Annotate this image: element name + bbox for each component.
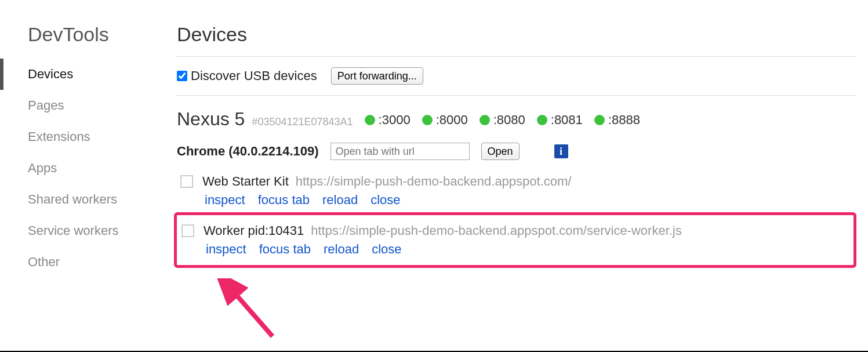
focus-tab-link[interactable]: focus tab (258, 193, 310, 208)
tab-title: Web Starter Kit (202, 174, 289, 189)
port-badge: :8080 (480, 113, 525, 128)
app-title: DevTools (0, 23, 168, 59)
tab-favicon-placeholder (180, 175, 193, 188)
close-link[interactable]: close (371, 193, 400, 208)
port-badge: :8000 (422, 113, 468, 128)
port-label: :3000 (379, 113, 411, 128)
status-dot-icon (594, 115, 605, 125)
port-label: :8080 (493, 113, 525, 128)
main-panel: Devices Discover USB devices Port forwar… (168, 0, 868, 351)
inspect-link[interactable]: inspect (206, 242, 246, 257)
sidebar-item-apps[interactable]: Apps (0, 153, 168, 184)
inspect-link[interactable]: inspect (205, 193, 245, 208)
status-dot-icon (422, 115, 433, 125)
browser-row: Chrome (40.0.2214.109) Open i (177, 137, 856, 169)
status-dot-icon (480, 115, 490, 125)
reload-link[interactable]: reload (324, 242, 359, 257)
sidebar-item-devices[interactable]: Devices (0, 59, 168, 90)
reload-link[interactable]: reload (322, 193, 358, 208)
sidebar-item-extensions[interactable]: Extensions (0, 121, 168, 153)
tab-favicon-placeholder (181, 224, 194, 237)
focus-tab-link[interactable]: focus tab (259, 242, 311, 257)
discover-usb-input[interactable] (177, 71, 187, 81)
sidebar-item-pages[interactable]: Pages (0, 90, 168, 121)
status-dot-icon (365, 115, 375, 125)
discover-usb-label: Discover USB devices (191, 68, 317, 84)
status-dot-icon (537, 115, 547, 125)
page-title: Devices (177, 23, 856, 57)
sidebar-item-shared-workers[interactable]: Shared workers (0, 184, 168, 215)
port-label: :8081 (551, 113, 583, 128)
sidebar-item-service-workers[interactable]: Service workers (0, 215, 168, 246)
device-id: #03504121E07843A1 (252, 116, 353, 128)
toolbar: Discover USB devices Port forwarding... (177, 57, 856, 96)
port-badge: :3000 (365, 113, 411, 128)
tab-title: Worker pid:10431 (204, 223, 304, 238)
port-label: :8000 (436, 113, 468, 128)
sidebar: DevTools Devices Pages Extensions Apps S… (0, 0, 168, 351)
browser-name: Chrome (40.0.2214.109) (177, 144, 319, 159)
discover-usb-checkbox[interactable]: Discover USB devices (177, 68, 317, 84)
open-tab-url-input[interactable] (331, 143, 470, 160)
tab-url: https://simple-push-demo-backend.appspot… (311, 223, 682, 238)
device-name: Nexus 5 (177, 108, 245, 130)
device-header: Nexus 5 #03504121E07843A1 :3000 :8000 :8… (177, 96, 856, 137)
port-badge: :8888 (594, 113, 640, 128)
tab-entry: Web Starter Kit https://simple-push-demo… (177, 169, 856, 212)
port-forwarding-button[interactable]: Port forwarding... (331, 67, 423, 85)
port-badge: :8081 (537, 113, 583, 128)
open-tab-button[interactable]: Open (481, 143, 520, 160)
port-label: :8888 (608, 113, 640, 128)
tab-entry-highlighted: Worker pid:10431 https://simple-push-dem… (174, 212, 856, 268)
info-icon[interactable]: i (554, 144, 568, 158)
sidebar-item-other[interactable]: Other (0, 246, 168, 278)
close-link[interactable]: close (372, 242, 401, 257)
tab-url: https://simple-push-demo-backend.appspot… (296, 174, 572, 189)
